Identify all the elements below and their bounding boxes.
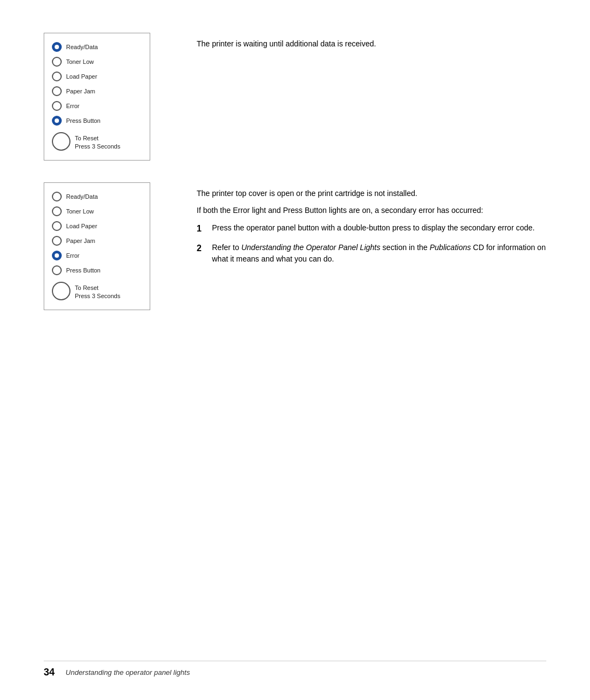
step-1: 1 Press the operator panel button with a… — [197, 222, 546, 235]
led-error-1 — [52, 101, 62, 111]
step-2-italic-2: Publications — [429, 243, 471, 252]
label-load-paper-1: Load Paper — [66, 73, 97, 80]
label-paper-jam-2: Paper Jam — [66, 238, 95, 244]
section-2-pair: Ready/Data Toner Low Load Paper Paper Ja… — [44, 182, 546, 310]
panel-row-paper-jam-2: Paper Jam — [52, 236, 142, 246]
step-1-text: Press the operator panel button with a d… — [212, 222, 546, 235]
page-number: 34 — [44, 667, 55, 678]
led-error-2 — [52, 251, 62, 260]
panel-row-toner-low-2: Toner Low — [52, 206, 142, 216]
page-footer: 34 Understanding the operator panel ligh… — [44, 661, 546, 678]
led-ready-data-1 — [52, 42, 62, 52]
panel-row-press-button-2: Press Button — [52, 265, 142, 275]
label-ready-data-1: Ready/Data — [66, 44, 98, 50]
reset-button-1 — [52, 132, 70, 151]
panel-row-error-1: Error — [52, 101, 142, 111]
led-toner-low-1 — [52, 57, 62, 67]
section-1-right: The printer is waiting until additional … — [186, 33, 546, 161]
led-load-paper-2 — [52, 221, 62, 231]
section-1-pair: Ready/Data Toner Low Load Paper Paper Ja… — [44, 33, 546, 161]
reset-section-1: To Reset Press 3 Seconds — [52, 132, 142, 151]
step-2-italic-1: Understanding the Operator Panel Lights — [241, 243, 381, 252]
step-2: 2 Refer to Understanding the Operator Pa… — [197, 242, 546, 265]
panel-1-column: Ready/Data Toner Low Load Paper Paper Ja… — [44, 33, 164, 161]
label-load-paper-2: Load Paper — [66, 223, 97, 229]
section-1-description: The printer is waiting until additional … — [197, 38, 546, 50]
label-error-1: Error — [66, 103, 79, 109]
panel-row-load-paper-1: Load Paper — [52, 72, 142, 81]
label-press-button-1: Press Button — [66, 117, 101, 124]
led-paper-jam-2 — [52, 236, 62, 246]
panel-diagram-1: Ready/Data Toner Low Load Paper Paper Ja… — [44, 33, 150, 161]
label-error-2: Error — [66, 252, 79, 259]
step-1-number: 1 — [197, 222, 205, 235]
led-load-paper-1 — [52, 72, 62, 81]
section-2-steps: 1 Press the operator panel button with a… — [197, 222, 546, 265]
panel-row-error-2: Error — [52, 251, 142, 260]
reset-section-2: To Reset Press 3 Seconds — [52, 282, 142, 301]
section-2-secondary: If both the Error light and Press Button… — [197, 205, 546, 217]
section-2-right: The printer top cover is open or the pri… — [186, 182, 546, 310]
panel-diagram-2: Ready/Data Toner Low Load Paper Paper Ja… — [44, 182, 150, 310]
label-press-button-2: Press Button — [66, 267, 101, 274]
reset-label-2: To Reset Press 3 Seconds — [75, 282, 120, 301]
led-press-button-2 — [52, 265, 62, 275]
label-paper-jam-1: Paper Jam — [66, 88, 95, 94]
panel-row-toner-low-1: Toner Low — [52, 57, 142, 67]
panel-2-column: Ready/Data Toner Low Load Paper Paper Ja… — [44, 182, 164, 310]
led-ready-data-2 — [52, 192, 62, 201]
led-paper-jam-1 — [52, 86, 62, 96]
panel-row-paper-jam-1: Paper Jam — [52, 86, 142, 96]
section-2-intro: The printer top cover is open or the pri… — [197, 188, 546, 200]
panel-row-load-paper-2: Load Paper — [52, 221, 142, 231]
panel-row-ready-data-1: Ready/Data — [52, 42, 142, 52]
panel-row-press-button-1: Press Button — [52, 116, 142, 126]
step-2-number: 2 — [197, 242, 205, 265]
label-toner-low-2: Toner Low — [66, 208, 94, 215]
footer-label: Understanding the operator panel lights — [66, 668, 190, 677]
panel-row-ready-data-2: Ready/Data — [52, 192, 142, 201]
page-content: Ready/Data Toner Low Load Paper Paper Ja… — [0, 0, 590, 365]
step-2-text: Refer to Understanding the Operator Pane… — [212, 242, 546, 265]
led-toner-low-2 — [52, 206, 62, 216]
label-ready-data-2: Ready/Data — [66, 193, 98, 200]
led-press-button-1 — [52, 116, 62, 126]
reset-button-2 — [52, 282, 70, 300]
label-toner-low-1: Toner Low — [66, 58, 94, 65]
reset-label-1: To Reset Press 3 Seconds — [75, 132, 120, 151]
